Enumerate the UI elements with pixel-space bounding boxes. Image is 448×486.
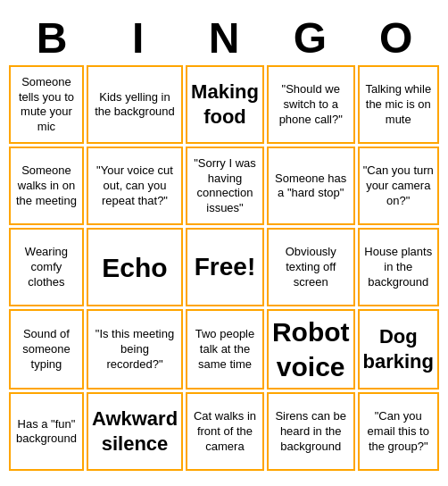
bingo-letter-O: O <box>356 15 436 63</box>
bingo-cell-20[interactable]: Has a "fun" background <box>9 392 84 471</box>
bingo-cell-18[interactable]: Robot voice <box>267 309 355 390</box>
bingo-cell-0[interactable]: Someone tells you to mute your mic <box>9 65 84 144</box>
bingo-cell-2[interactable]: Making food <box>186 65 264 144</box>
bingo-cell-16[interactable]: "Is this meeting being recorded?" <box>87 309 183 390</box>
bingo-cell-4[interactable]: Talking while the mic is on mute <box>358 65 439 144</box>
bingo-letter-I: I <box>98 15 178 63</box>
bingo-cell-6[interactable]: "Your voice cut out, can you repeat that… <box>87 147 183 225</box>
bingo-cell-21[interactable]: Awkward silence <box>87 392 183 471</box>
bingo-grid: Someone tells you to mute your micKids y… <box>9 65 439 471</box>
bingo-cell-5[interactable]: Someone walks in on the meeting <box>9 147 84 225</box>
bingo-cell-11[interactable]: Echo <box>87 228 183 306</box>
bingo-cell-10[interactable]: Wearing comfy clothes <box>9 228 84 306</box>
bingo-cell-1[interactable]: Kids yelling in the background <box>87 65 183 144</box>
bingo-letter-N: N <box>184 15 264 63</box>
bingo-cell-9[interactable]: "Can you turn your camera on?" <box>358 147 439 225</box>
bingo-letter-G: G <box>270 15 350 63</box>
bingo-card: BINGO Someone tells you to mute your mic… <box>0 6 448 481</box>
bingo-header: BINGO <box>9 15 439 63</box>
bingo-letter-B: B <box>12 15 92 63</box>
bingo-cell-23[interactable]: Sirens can be heard in the background <box>267 392 355 471</box>
bingo-cell-14[interactable]: House plants in the background <box>358 228 439 306</box>
bingo-cell-24[interactable]: "Can you email this to the group?" <box>358 392 439 471</box>
bingo-cell-8[interactable]: Someone has a "hard stop" <box>267 147 355 225</box>
bingo-cell-22[interactable]: Cat walks in front of the camera <box>186 392 264 471</box>
bingo-cell-19[interactable]: Dog barking <box>358 309 439 390</box>
bingo-cell-7[interactable]: "Sorry I was having connection issues" <box>186 147 264 225</box>
bingo-cell-15[interactable]: Sound of someone typing <box>9 309 84 390</box>
bingo-cell-13[interactable]: Obviously texting off screen <box>267 228 355 306</box>
bingo-cell-3[interactable]: "Should we switch to a phone call?" <box>267 65 355 144</box>
bingo-cell-12[interactable]: Free! <box>186 228 264 306</box>
bingo-cell-17[interactable]: Two people talk at the same time <box>186 309 264 390</box>
